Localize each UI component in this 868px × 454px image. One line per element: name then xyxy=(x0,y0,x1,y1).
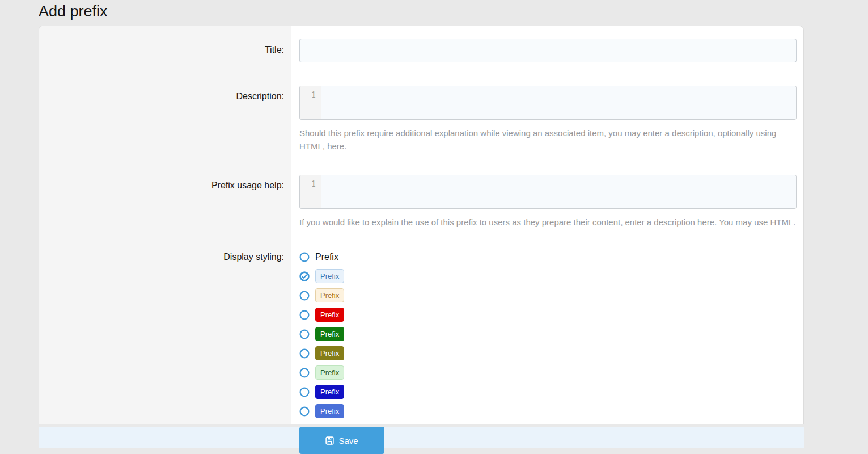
prefix-badge: Prefix xyxy=(315,308,344,322)
prefix-usage-help-textarea[interactable] xyxy=(321,175,796,208)
radio-icon xyxy=(299,310,310,320)
display-styling-option-light-green[interactable]: Prefix xyxy=(299,365,344,380)
radio-icon xyxy=(299,252,310,262)
prefix-badge: Prefix xyxy=(315,253,338,261)
description-editor[interactable]: 1 xyxy=(299,86,797,120)
radio-icon xyxy=(299,348,310,359)
prefix-badge: Prefix xyxy=(315,327,344,341)
prefix-badge: Prefix xyxy=(315,346,344,360)
line-number-gutter: 1 xyxy=(300,86,321,119)
form-row-prefix-usage-help: Prefix usage help: 1 If you would like t… xyxy=(39,162,803,238)
display-styling-option-blue[interactable]: Prefix xyxy=(299,384,344,400)
prefix-badge: Prefix xyxy=(315,404,344,418)
description-label: Description: xyxy=(39,74,291,162)
display-styling-label: Display styling: xyxy=(39,238,291,424)
display-styling-option-cream[interactable]: Prefix xyxy=(299,288,344,303)
display-styling-option-royal-blue[interactable]: Prefix xyxy=(299,403,344,419)
display-styling-option-olive[interactable]: Prefix xyxy=(299,346,344,361)
title-input[interactable] xyxy=(299,39,797,62)
form-footer-bar: Save xyxy=(39,427,804,448)
title-label: Title: xyxy=(39,26,291,74)
radio-icon xyxy=(299,368,310,378)
save-button[interactable]: Save xyxy=(299,427,384,454)
display-styling-option-light-blue[interactable]: Prefix xyxy=(299,268,344,284)
prefix-badge: Prefix xyxy=(315,269,344,283)
line-number-gutter: 1 xyxy=(300,175,321,208)
display-styling-option-plain[interactable]: Prefix xyxy=(299,249,338,264)
add-prefix-form: Title: Description: 1 Should this prefix… xyxy=(39,26,804,424)
form-row-title: Title: xyxy=(39,26,803,74)
prefix-badge: Prefix xyxy=(315,365,344,380)
prefix-usage-help-explain-text: If you would like to explain the use of … xyxy=(299,216,797,229)
radio-checked-icon xyxy=(299,271,310,281)
description-textarea[interactable] xyxy=(321,86,796,119)
display-styling-option-red[interactable]: Prefix xyxy=(299,307,344,322)
floppy-disk-icon xyxy=(325,436,334,445)
prefix-badge: Prefix xyxy=(315,385,344,399)
radio-icon xyxy=(299,387,310,397)
prefix-usage-help-label: Prefix usage help: xyxy=(39,162,291,238)
prefix-badge: Prefix xyxy=(315,288,344,302)
radio-icon xyxy=(299,329,310,339)
page-title: Add prefix xyxy=(0,0,868,22)
form-row-description: Description: 1 Should this prefix requir… xyxy=(39,74,803,162)
prefix-usage-help-editor[interactable]: 1 xyxy=(299,175,797,209)
save-button-label: Save xyxy=(338,436,358,445)
display-styling-options: Prefix Prefix Prefix xyxy=(291,238,803,424)
radio-icon xyxy=(299,291,310,301)
radio-icon xyxy=(299,406,310,417)
form-row-display-styling: Display styling: Prefix Prefix xyxy=(39,238,803,424)
description-explain-text: Should this prefix require additional ex… xyxy=(299,127,797,153)
display-styling-option-green[interactable]: Prefix xyxy=(299,326,344,342)
